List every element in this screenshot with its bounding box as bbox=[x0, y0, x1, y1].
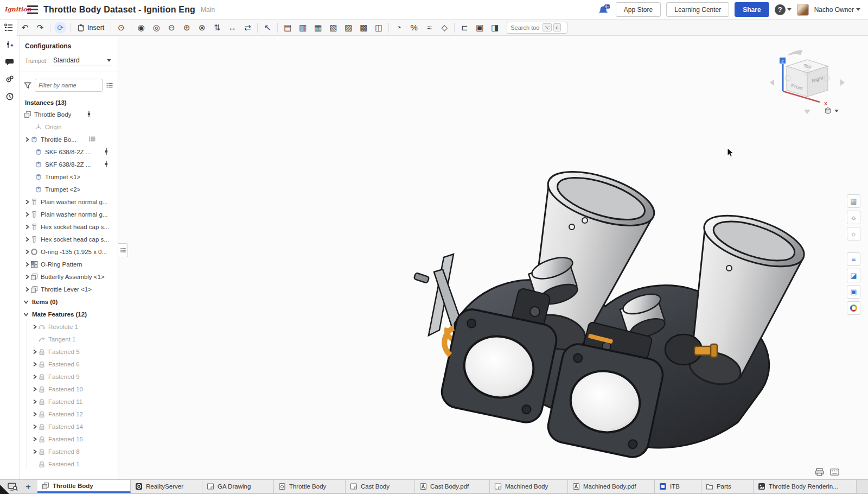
render-studio-panel-icon[interactable] bbox=[847, 301, 860, 315]
replicate-icon[interactable]: ◔ bbox=[391, 21, 406, 35]
chevron-down-icon[interactable] bbox=[23, 299, 29, 305]
chevron-right-icon[interactable] bbox=[31, 423, 38, 430]
screw-relation-icon[interactable]: ▨ bbox=[341, 21, 356, 35]
tree-item[interactable]: Plain washer normal g... bbox=[20, 195, 118, 208]
mate-item[interactable]: Fastened 15 bbox=[27, 433, 118, 445]
tab-itb[interactable]: ITB bbox=[655, 480, 701, 493]
chevron-right-icon[interactable] bbox=[24, 286, 30, 293]
new-tab-button[interactable]: + bbox=[25, 482, 31, 491]
mate-item[interactable]: Fastened 10 bbox=[27, 383, 118, 395]
chevron-right-icon[interactable] bbox=[24, 199, 30, 205]
gear-relation-icon[interactable]: ▦ bbox=[310, 21, 326, 35]
configurations-panel-icon[interactable] bbox=[0, 36, 20, 53]
chevron-right-icon[interactable] bbox=[24, 261, 30, 268]
tree-item[interactable]: Hex socket head cap s... bbox=[20, 220, 118, 233]
mate-item[interactable]: Fastened 11 bbox=[27, 395, 118, 408]
ball-mate-icon[interactable]: ↔ bbox=[225, 21, 240, 35]
tree-item[interactable]: Trumpet <2> bbox=[20, 183, 118, 195]
chevron-right-icon[interactable] bbox=[24, 211, 30, 218]
tree-item[interactable]: SKF 638/8-2Z ... bbox=[20, 145, 118, 158]
chevron-right-icon[interactable] bbox=[24, 249, 30, 255]
group-icon[interactable]: ▤ bbox=[280, 21, 295, 35]
feature-list-toggle-icon[interactable] bbox=[0, 20, 17, 36]
list-view-icon[interactable] bbox=[106, 81, 113, 89]
update-sync-icon[interactable]: ⟳ bbox=[53, 21, 68, 35]
linear-pattern-icon[interactable]: ▩ bbox=[356, 21, 371, 35]
tree-item[interactable]: Throttle Lever <1> bbox=[20, 283, 118, 295]
rack-pinion-relation-icon[interactable]: ▧ bbox=[326, 21, 341, 35]
chevron-right-icon[interactable] bbox=[31, 373, 38, 380]
planar-mate-icon[interactable]: ⊕ bbox=[179, 21, 194, 35]
search-tools-box[interactable]: ⌥ c bbox=[507, 22, 567, 34]
integrations-panel-icon[interactable]: ☼ bbox=[847, 227, 860, 240]
tab-cast-body-pdf[interactable]: Cast Body.pdf bbox=[415, 480, 490, 493]
throttle-body-3d-model[interactable] bbox=[281, 96, 824, 470]
app-store-button[interactable]: App Store bbox=[616, 2, 661, 17]
chevron-down-icon[interactable] bbox=[23, 311, 29, 318]
tree-item[interactable]: Hex socket head cap s... bbox=[20, 233, 118, 245]
snapshot-icon[interactable]: ≈ bbox=[422, 21, 437, 35]
configuration-slider-icon[interactable] bbox=[85, 110, 93, 118]
undo-button[interactable]: ↶ bbox=[17, 21, 33, 35]
user-menu[interactable]: Nacho Owner bbox=[814, 6, 860, 14]
circular-pattern-icon[interactable]: ◫ bbox=[371, 21, 386, 35]
section-view-icon[interactable]: ⊏ bbox=[457, 21, 472, 35]
chevron-right-icon[interactable] bbox=[24, 224, 30, 230]
mate-item[interactable]: Fastened 5 bbox=[27, 345, 118, 358]
tree-item[interactable]: Throttle Bo... bbox=[20, 133, 118, 145]
tab-parts-folder[interactable]: Parts bbox=[701, 480, 754, 493]
mass-properties-icon[interactable]: ◨ bbox=[487, 21, 502, 35]
share-button[interactable]: Share bbox=[735, 2, 769, 17]
chevron-right-icon[interactable] bbox=[31, 386, 38, 392]
feature-list-panel-icon[interactable]: ≡ bbox=[847, 252, 860, 266]
insert-button[interactable]: Insert bbox=[73, 21, 108, 35]
filter-by-name-input[interactable] bbox=[35, 79, 103, 92]
tab-throttle-body-rendering[interactable]: Throttle Body Renderin... bbox=[754, 480, 857, 493]
chevron-right-icon[interactable] bbox=[31, 436, 38, 442]
pin-slot-mate-icon[interactable]: ⇅ bbox=[209, 21, 225, 35]
app-gear-panel-icon[interactable]: ☼ bbox=[847, 211, 860, 224]
tree-item[interactable]: O-ring -135 (1.925 x 0... bbox=[20, 245, 118, 258]
tasks-panel-icon[interactable]: ▣ bbox=[847, 285, 860, 299]
tab-realityserver[interactable]: RealityServer bbox=[131, 480, 202, 493]
tree-item[interactable]: O-Ring Pattern bbox=[20, 258, 118, 270]
tree-item[interactable]: Butterfly Assembly <1> bbox=[20, 270, 118, 283]
tab-throttle-body-assembly[interactable]: Throttle Body bbox=[37, 480, 131, 493]
tree-item-origin[interactable]: Origin bbox=[20, 121, 118, 133]
mate-item[interactable]: Fastened 1 bbox=[27, 458, 118, 470]
tree-item[interactable]: Trumpet <1> bbox=[20, 170, 118, 183]
parallel-mate-icon[interactable]: ⇄ bbox=[240, 21, 255, 35]
graphics-canvas[interactable]: Top Front Right Z X ▦ ☼ ☼ ≡ ◪ ▣ bbox=[118, 36, 868, 479]
comments-panel-icon[interactable] bbox=[0, 53, 20, 71]
view-options-icon[interactable] bbox=[824, 106, 839, 115]
tab-cast-body[interactable]: Cast Body bbox=[346, 480, 415, 493]
mate-item[interactable]: Fastened 14 bbox=[27, 420, 118, 433]
mate-item[interactable]: Fastened 6 bbox=[27, 358, 118, 370]
tab-ga-drawing[interactable]: GA Drawing bbox=[202, 480, 274, 493]
fastened-mate-icon[interactable]: ◉ bbox=[133, 21, 149, 35]
mate-connector-icon[interactable]: ⊙ bbox=[113, 21, 129, 35]
mate-item[interactable]: Fastened 9 bbox=[27, 370, 118, 383]
cylindrical-mate-icon[interactable]: ⊗ bbox=[194, 21, 209, 35]
tab-machined-body[interactable]: Machined Body bbox=[490, 480, 568, 493]
mate-item[interactable]: Fastened 12 bbox=[27, 408, 118, 420]
tab-machined-body-pdf[interactable]: Machined Body.pdf bbox=[568, 480, 655, 493]
chevron-right-icon[interactable] bbox=[24, 136, 30, 143]
versions-panel-icon[interactable] bbox=[0, 71, 20, 88]
items-section-header[interactable]: Items (0) bbox=[20, 295, 118, 308]
search-tools-input[interactable] bbox=[509, 24, 541, 31]
filter-icon[interactable] bbox=[24, 81, 31, 89]
mate-features-section-header[interactable]: Mate Features (12) bbox=[20, 308, 118, 320]
branch-label[interactable]: Main bbox=[201, 6, 215, 14]
tree-item[interactable]: Plain washer normal g... bbox=[20, 208, 118, 220]
config-value-dropdown[interactable]: Standard bbox=[51, 55, 112, 66]
help-menu[interactable]: ? bbox=[775, 4, 792, 15]
help-icon[interactable]: ? bbox=[775, 4, 786, 15]
tree-item-root[interactable]: Throttle Body bbox=[20, 108, 118, 121]
print-icon[interactable] bbox=[815, 468, 824, 478]
notifications-icon[interactable] bbox=[596, 4, 610, 16]
user-avatar[interactable] bbox=[797, 4, 809, 16]
measure-icon[interactable]: ▣ bbox=[472, 21, 487, 35]
explode-view-icon[interactable]: % bbox=[406, 21, 422, 35]
chevron-right-icon[interactable] bbox=[31, 398, 38, 405]
